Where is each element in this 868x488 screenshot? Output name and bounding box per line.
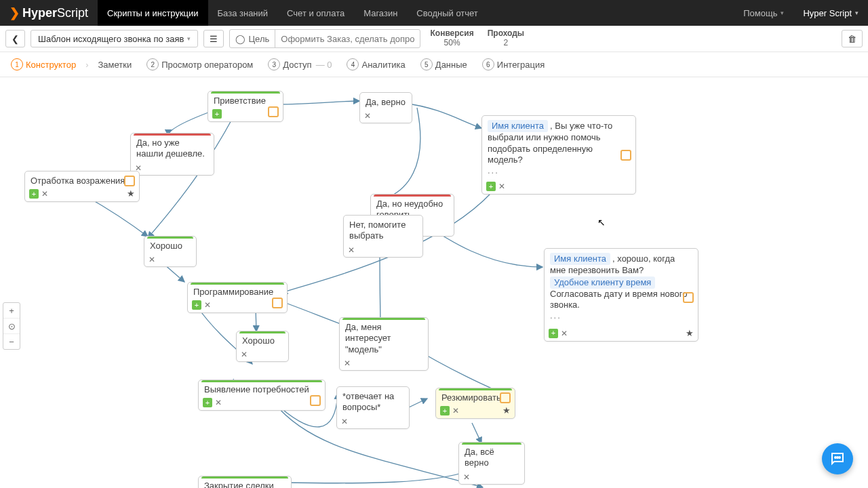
plus-icon[interactable]: +	[212, 109, 222, 119]
tab-access[interactable]: 3Доступ— 0	[262, 58, 337, 70]
checkbox-icon[interactable]	[683, 292, 694, 303]
template-select[interactable]: Шаблон исходящего звонка по заяв▾	[31, 30, 198, 47]
token-client: Имя клиента	[550, 253, 610, 265]
close-icon[interactable]: ✕	[241, 350, 249, 359]
zoom-in-button[interactable]: +	[3, 303, 20, 319]
nav-scripts[interactable]: Скрипты и инструкции	[98, 0, 208, 26]
svg-point-0	[835, 457, 836, 458]
goal-input[interactable]	[275, 34, 420, 44]
checkbox-icon[interactable]	[268, 106, 279, 117]
node-ok1[interactable]: Хорошо ✕	[144, 236, 197, 267]
node-yes-all[interactable]: Да, всё верно ✕	[458, 442, 525, 485]
brand-light: Script	[57, 6, 88, 20]
svg-point-1	[837, 457, 838, 458]
cursor-icon: ↖	[597, 217, 606, 228]
close-icon[interactable]: ✕	[344, 359, 352, 367]
plus-icon[interactable]: +	[192, 300, 201, 310]
token-time: Удобное клиенту время	[550, 277, 655, 289]
topnav: Скрипты и инструкции База знаний Счет и …	[98, 0, 488, 26]
checkbox-icon[interactable]	[124, 176, 135, 186]
checkbox-icon[interactable]	[272, 298, 283, 308]
hamburger-button[interactable]: ☰	[203, 30, 224, 47]
tab-constructor[interactable]: 1Конструктор	[5, 58, 81, 70]
node-callback[interactable]: Имя клиента, хорошо, когда мне перезвони…	[544, 248, 698, 342]
close-icon[interactable]: ✕	[41, 190, 50, 198]
nav-billing[interactable]: Счет и оплата	[277, 0, 354, 26]
plus-icon[interactable]: +	[549, 329, 558, 338]
node-yes-correct[interactable]: Да, верно ✕	[359, 92, 412, 123]
brand-chevron-icon: ❯	[9, 5, 20, 20]
node-objection[interactable]: Отработка возражения ★ +✕	[24, 171, 140, 202]
delete-button[interactable]: 🗑	[842, 30, 863, 47]
star-icon[interactable]: ★	[502, 405, 511, 415]
help-menu[interactable]: Помощь▾	[734, 0, 793, 26]
brand-bold: Hyper	[22, 6, 57, 20]
chat-fab[interactable]	[822, 443, 853, 474]
node-model[interactable]: Да, меня интересует "модель" ✕	[339, 317, 429, 371]
tab-analytics[interactable]: 4Аналитика	[341, 58, 410, 70]
close-icon[interactable]: ✕	[452, 407, 460, 415]
node-needs[interactable]: Выявление потребностей +✕	[198, 380, 326, 411]
stat-conversion: Конверсия50%	[426, 29, 477, 48]
checkbox-icon[interactable]	[620, 150, 631, 161]
node-cheaper[interactable]: Да, но уже нашли дешевле. ✕	[130, 133, 214, 176]
nav-kb[interactable]: База знаний	[208, 0, 278, 26]
close-icon[interactable]: ✕	[215, 399, 223, 407]
plus-icon[interactable]: +	[203, 398, 212, 407]
tab-integration[interactable]: 6Интеграция	[477, 58, 551, 70]
plus-icon[interactable]: +	[486, 182, 496, 191]
close-icon[interactable]: ✕	[204, 301, 212, 309]
brand: ❯ HyperScript	[0, 0, 98, 26]
goal-label[interactable]: ◯ Цель	[230, 30, 275, 47]
zoom-control: + ⊙ −	[3, 302, 20, 350]
close-icon[interactable]: ✕	[463, 473, 471, 481]
tab-notes[interactable]: Заметки	[92, 60, 137, 70]
zoom-out-button[interactable]: −	[3, 334, 20, 349]
nav-store[interactable]: Магазин	[354, 0, 407, 26]
tab-preview[interactable]: 2Просмотр оператором	[141, 58, 258, 70]
node-client-ask[interactable]: Имя клиента, Вы уже что-то выбрали или н…	[481, 115, 636, 195]
close-icon[interactable]: ✕	[341, 418, 349, 426]
checkbox-icon[interactable]	[500, 392, 511, 403]
node-greeting[interactable]: Приветствие +	[208, 91, 283, 122]
nav-report[interactable]: Сводный отчет	[407, 0, 488, 26]
node-help-choose[interactable]: Нет, помогите выбрать ✕	[343, 215, 423, 258]
node-answers[interactable]: *отвечает на вопросы* ✕	[336, 386, 410, 429]
node-close-deal[interactable]: Закрытие сделки	[198, 476, 292, 488]
node-programming[interactable]: Программирование +✕	[187, 282, 288, 313]
node-ok2[interactable]: Хорошо ✕	[236, 331, 289, 362]
close-icon[interactable]: ✕	[364, 112, 372, 120]
token-client: Имя клиента	[488, 120, 548, 132]
breadcrumb-sep: ›	[85, 60, 88, 70]
close-icon[interactable]: ✕	[149, 256, 157, 264]
topbar: ❯ HyperScript Скрипты и инструкции База …	[0, 0, 868, 26]
zoom-reset-button[interactable]: ⊙	[3, 319, 20, 334]
topright: Помощь▾ Hyper Script▾	[734, 0, 868, 26]
node-resume[interactable]: Резюмировать ★ +✕	[435, 388, 515, 419]
checkbox-icon[interactable]	[310, 395, 321, 406]
goal-field: ◯ Цель	[229, 29, 420, 48]
star-icon[interactable]: ★	[686, 328, 694, 338]
close-icon[interactable]: ✕	[348, 246, 356, 254]
stat-passes: Проходы2	[484, 29, 528, 48]
tab-data[interactable]: 5Данные	[415, 58, 473, 70]
step-tabs: 1Конструктор › Заметки 2Просмотр операто…	[0, 52, 868, 77]
canvas[interactable]: Приветствие + Да, верно ✕ Да, но уже наш…	[0, 77, 868, 488]
close-icon[interactable]: ✕	[561, 329, 569, 338]
svg-point-2	[839, 457, 840, 458]
close-icon[interactable]: ✕	[498, 182, 507, 190]
plus-icon[interactable]: +	[29, 189, 39, 199]
plus-icon[interactable]: +	[440, 406, 450, 415]
back-button[interactable]: ❮	[5, 30, 25, 47]
user-menu[interactable]: Hyper Script▾	[793, 0, 868, 26]
toolbar: ❮ Шаблон исходящего звонка по заяв▾ ☰ ◯ …	[0, 26, 868, 52]
star-icon[interactable]: ★	[127, 188, 135, 199]
